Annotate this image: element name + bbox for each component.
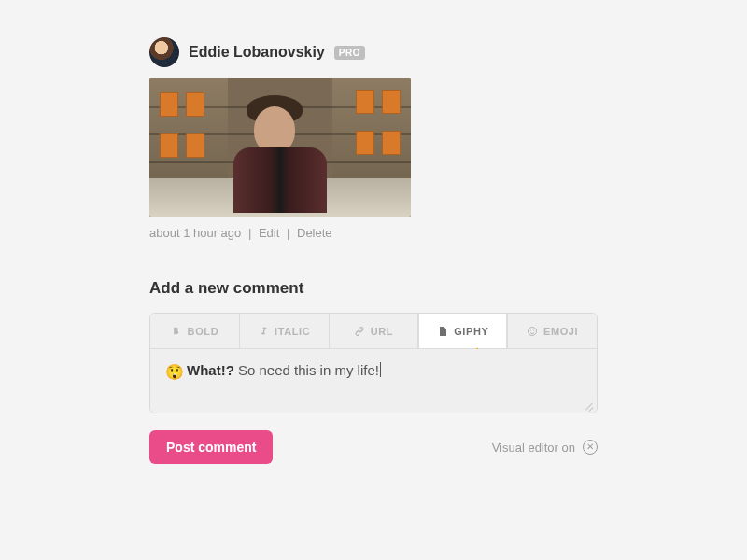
post-comment-button[interactable]: Post comment xyxy=(149,430,273,464)
post-header: Eddie Lobanovskiy PRO xyxy=(149,37,598,67)
input-emoji: 😲 xyxy=(165,364,184,380)
emoji-label: EMOJI xyxy=(543,326,578,337)
author-name[interactable]: Eddie Lobanovskiy xyxy=(189,44,325,61)
input-bold-part: What!? xyxy=(187,362,234,378)
delete-link[interactable]: Delete xyxy=(297,226,332,240)
comment-input[interactable]: 😲What!? So need this in my life! xyxy=(150,349,597,413)
italic-button[interactable]: ITALIC xyxy=(240,314,330,349)
post-meta: about 1 hour ago | Edit | Delete xyxy=(149,226,598,240)
italic-label: ITALIC xyxy=(275,326,310,337)
pro-badge: PRO xyxy=(334,46,365,60)
italic-icon xyxy=(258,326,269,337)
post-timestamp: about 1 hour ago xyxy=(149,226,241,240)
comment-editor: BOLD ITALIC URL GIPHY 👆 EMOJI 😲What!? So… xyxy=(149,313,598,413)
add-comment-title: Add a new comment xyxy=(149,279,598,298)
file-icon xyxy=(437,326,448,337)
svg-point-2 xyxy=(533,329,534,330)
input-text-part: So need this in my life! xyxy=(234,362,379,378)
close-icon: ✕ xyxy=(583,440,598,455)
url-label: URL xyxy=(371,326,393,337)
edit-link[interactable]: Edit xyxy=(259,226,279,240)
giphy-label: GIPHY xyxy=(454,326,488,337)
separator: | xyxy=(287,226,289,240)
bold-label: BOLD xyxy=(188,326,219,337)
svg-point-1 xyxy=(530,329,531,330)
text-caret xyxy=(380,362,381,377)
giphy-button[interactable]: GIPHY 👆 xyxy=(418,314,508,349)
url-button[interactable]: URL xyxy=(330,314,419,349)
visual-editor-toggle[interactable]: Visual editor on ✕ xyxy=(492,440,598,455)
avatar[interactable] xyxy=(149,37,179,67)
visual-toggle-label: Visual editor on xyxy=(492,441,575,455)
separator: | xyxy=(248,226,251,240)
smile-icon xyxy=(527,326,538,337)
link-icon xyxy=(354,326,365,337)
editor-toolbar: BOLD ITALIC URL GIPHY 👆 EMOJI xyxy=(150,314,597,349)
emoji-button[interactable]: EMOJI xyxy=(508,314,597,349)
bold-icon xyxy=(171,326,182,337)
resize-handle[interactable] xyxy=(584,399,595,411)
post-image[interactable] xyxy=(149,78,411,217)
svg-point-0 xyxy=(528,327,536,335)
bold-button[interactable]: BOLD xyxy=(150,314,240,349)
